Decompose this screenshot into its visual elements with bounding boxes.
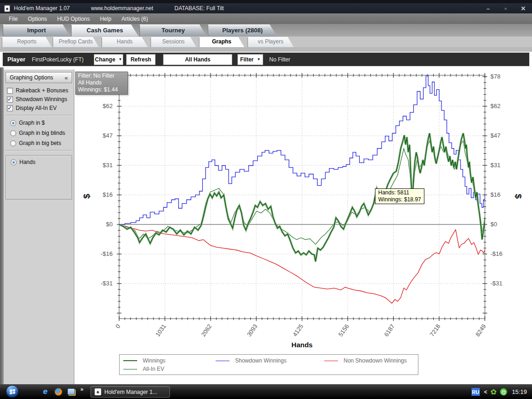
radio-icon[interactable] bbox=[11, 159, 17, 165]
graphing-options-panel: Graphing Options « Rakeback + Bonuses Sh… bbox=[4, 69, 74, 384]
menu-hud-options[interactable]: HUD Options bbox=[52, 16, 95, 22]
menu-options[interactable]: Options bbox=[23, 16, 52, 22]
chevron-down-icon: ▼ bbox=[257, 57, 260, 61]
legend-swatch bbox=[216, 361, 230, 361]
radio-label: Hands bbox=[19, 159, 36, 165]
internet-explorer-icon[interactable]: e bbox=[41, 387, 50, 396]
title-bar[interactable]: ♠ Hold'em Manager 1.07 www.holdemmanager… bbox=[0, 3, 532, 13]
radio-icon[interactable] bbox=[10, 120, 16, 126]
tab-hands[interactable]: Hands bbox=[102, 37, 148, 47]
show-desktop-icon[interactable] bbox=[66, 387, 76, 396]
tab-vs-players[interactable]: vs Players bbox=[248, 37, 294, 47]
start-button[interactable] bbox=[6, 385, 18, 398]
refresh-button[interactable]: Refresh bbox=[126, 54, 156, 65]
checkbox-label: Showdown Winnings bbox=[16, 96, 67, 103]
checkbox-icon[interactable] bbox=[7, 97, 13, 103]
graphing-options-header[interactable]: Graphing Options « bbox=[6, 72, 72, 83]
taskbar-button-holdem-manager[interactable]: ♠ Hold'em Manager 1... bbox=[91, 386, 170, 398]
filter-button[interactable]: Filter ▼ bbox=[237, 54, 263, 65]
all-hands-label: All Hands bbox=[185, 56, 210, 63]
system-tray: RU < ✿ @ 15:19 bbox=[472, 386, 530, 398]
player-bar: Player FirstPokerLucky (FT) Change ▼ Ref… bbox=[2, 52, 530, 67]
tab-players[interactable]: Players (2808) bbox=[208, 24, 277, 36]
close-button[interactable]: ✕ bbox=[514, 5, 532, 12]
window-database: DATABASE: Full Tilt bbox=[175, 5, 224, 12]
legend-item: Showdown Winnings bbox=[216, 357, 324, 364]
legend-item: All-In EV bbox=[123, 366, 216, 372]
change-button[interactable]: Change ▼ bbox=[94, 54, 123, 65]
legend-label: All-In EV bbox=[143, 366, 164, 372]
sub-tab-strip: Reports Preflop Cards Hands Sessions Gra… bbox=[0, 36, 532, 47]
legend-label: Winnings bbox=[143, 357, 165, 364]
radio-hands[interactable]: Hands bbox=[11, 159, 71, 165]
tooltip-line: Hands: 5811 bbox=[378, 189, 421, 196]
tab-cash-games[interactable]: Cash Games bbox=[71, 24, 139, 36]
tooltip-line: Filter: No Filter bbox=[78, 73, 125, 79]
window-left-edge bbox=[0, 67, 4, 384]
legend-item: Non Showdown Winnings bbox=[324, 357, 414, 364]
x-axis-options-box: Hands bbox=[6, 155, 72, 200]
quick-launch-overflow-chevron[interactable]: » bbox=[80, 386, 84, 393]
filter-summary-tooltip: Filter: No Filter All Hands Winnings: $1… bbox=[75, 72, 128, 95]
tooltip-line: All Hands bbox=[78, 79, 125, 86]
tooltip-line: Winnings: $1.44 bbox=[78, 86, 125, 93]
radio-graph-in-dollars[interactable]: Graph in $ bbox=[10, 120, 71, 126]
app-icon: ♠ bbox=[4, 5, 10, 12]
legend-label: Showdown Winnings bbox=[235, 357, 286, 364]
taskbar bbox=[0, 384, 532, 399]
checkbox-label: Rakeback + Bonuses bbox=[16, 87, 68, 94]
maximize-button[interactable]: ▫ bbox=[497, 5, 514, 12]
filter-value: No Filter bbox=[269, 56, 290, 63]
checkbox-display-all-in-ev[interactable]: Display All-In EV bbox=[7, 105, 71, 111]
tab-reports[interactable]: Reports bbox=[2, 37, 52, 47]
menu-articles[interactable]: Articles (6) bbox=[116, 16, 153, 22]
icq-flower-icon[interactable]: ✿ bbox=[490, 388, 496, 396]
hover-tooltip: Hands: 5811 Winnings: $18.97 bbox=[375, 188, 424, 204]
separator bbox=[5, 115, 73, 116]
tab-sessions[interactable]: Sessions bbox=[151, 37, 196, 47]
radio-graph-in-big-bets[interactable]: Graph in big bets bbox=[10, 140, 71, 146]
radio-icon[interactable] bbox=[10, 140, 16, 146]
checkbox-rakeback-bonuses[interactable]: Rakeback + Bonuses bbox=[7, 87, 71, 94]
tooltip-line: Winnings: $18.97 bbox=[378, 196, 421, 203]
tab-import[interactable]: Import bbox=[3, 24, 70, 36]
menu-help[interactable]: Help bbox=[95, 16, 116, 22]
radio-icon[interactable] bbox=[10, 130, 16, 136]
radio-graph-in-big-blinds[interactable]: Graph in big blinds bbox=[10, 130, 71, 136]
player-label: Player bbox=[7, 56, 25, 63]
window-url: www.holdemmanager.net bbox=[91, 5, 153, 12]
checkbox-showdown-winnings[interactable]: Showdown Winnings bbox=[7, 96, 71, 103]
window-top-edge bbox=[0, 0, 532, 3]
change-button-label: Change bbox=[95, 56, 115, 63]
graphing-options-title: Graphing Options bbox=[10, 74, 53, 81]
radio-label: Graph in $ bbox=[19, 120, 45, 126]
language-indicator[interactable]: RU bbox=[472, 388, 480, 396]
windows-logo-icon bbox=[10, 389, 15, 394]
minimize-button[interactable]: – bbox=[479, 5, 497, 12]
separator bbox=[5, 150, 73, 151]
icq-status-icon[interactable]: @ bbox=[500, 388, 508, 396]
tab-gap-strip bbox=[0, 47, 532, 52]
firefox-icon[interactable] bbox=[54, 387, 63, 396]
checkbox-icon[interactable] bbox=[7, 88, 13, 94]
radio-label: Graph in big blinds bbox=[19, 130, 65, 136]
window-title: Hold'em Manager 1.07 bbox=[14, 5, 70, 12]
checkbox-label: Display All-In EV bbox=[16, 105, 57, 111]
screen: ♠ Hold'em Manager 1.07 www.holdemmanager… bbox=[0, 0, 532, 399]
tab-tourney[interactable]: Tourney bbox=[139, 24, 207, 36]
collapse-icon: « bbox=[65, 74, 68, 81]
tab-preflop-cards[interactable]: Preflop Cards bbox=[53, 37, 99, 47]
menu-file[interactable]: File bbox=[4, 16, 23, 22]
legend-swatch bbox=[324, 361, 338, 361]
player-name: FirstPokerLucky (FT) bbox=[32, 56, 91, 63]
tray-expand-chevron[interactable]: < bbox=[484, 389, 487, 395]
radio-label: Graph in big bets bbox=[19, 140, 61, 146]
all-hands-button[interactable]: All Hands bbox=[163, 54, 232, 65]
chevron-down-icon: ▼ bbox=[119, 57, 122, 61]
tab-graphs[interactable]: Graphs bbox=[199, 37, 244, 47]
refresh-button-label: Refresh bbox=[131, 56, 151, 63]
content-area bbox=[0, 67, 532, 384]
checkbox-icon[interactable] bbox=[7, 105, 13, 111]
legend-item: Winnings bbox=[123, 357, 216, 364]
main-tab-strip: Import Cash Games Tourney Players (2808) bbox=[0, 24, 532, 36]
